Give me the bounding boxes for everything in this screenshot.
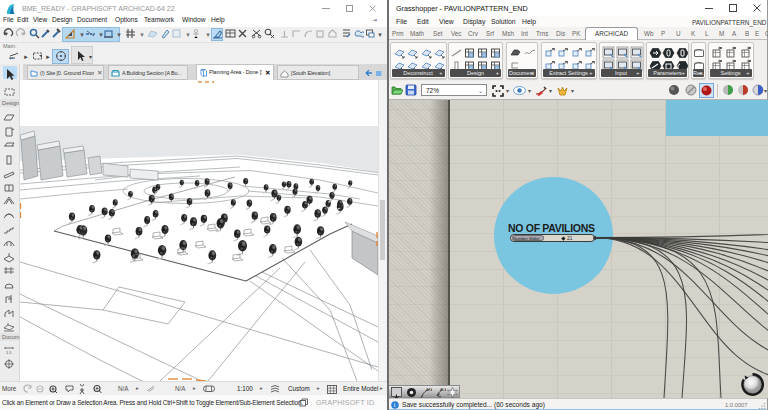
svg-text:ACAD: ACAD — [426, 388, 432, 392]
svg-text:ACAD: ACAD — [440, 388, 446, 392]
svg-text:1.5: 1.5 — [6, 350, 12, 355]
